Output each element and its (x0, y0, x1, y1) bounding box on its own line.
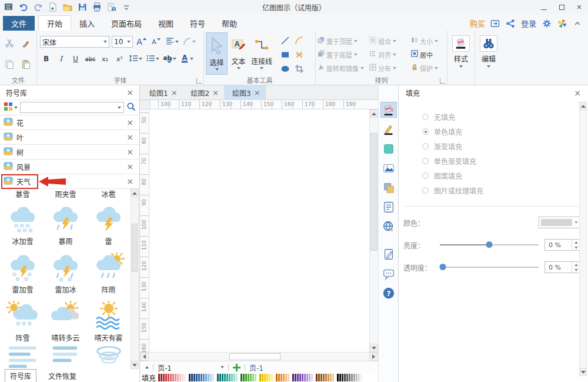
new-icon[interactable] (48, 2, 58, 12)
sidebar-scrollbar[interactable] (131, 189, 139, 369)
palette-swatch[interactable] (224, 374, 226, 381)
palette-swatch[interactable] (245, 374, 247, 381)
palette-swatch[interactable] (278, 374, 280, 381)
drawing-page[interactable] (149, 109, 369, 352)
arrange-button[interactable]: 置于顶层 (318, 36, 369, 46)
subscript-button[interactable]: x₂ (99, 53, 111, 65)
bold-button[interactable]: B (40, 53, 52, 65)
superscript-button[interactable]: x² (113, 53, 126, 65)
symbol-label[interactable]: 冰雹 (87, 189, 130, 199)
close-icon[interactable]: × (171, 89, 178, 97)
ribbon-tab[interactable]: 视图 (150, 15, 182, 31)
arrange-button[interactable]: 居中 (411, 50, 445, 59)
palette-swatch[interactable] (243, 374, 245, 381)
close-icon[interactable]: × (126, 118, 133, 127)
brightness-slider-thumb[interactable] (486, 241, 493, 248)
ellipse-shape-icon[interactable] (280, 64, 290, 74)
palette-swatch[interactable] (191, 374, 193, 381)
chevron-down-icon[interactable] (237, 67, 240, 69)
arrange-button[interactable]: 组合 (369, 36, 411, 46)
file-menu-button[interactable]: 文件 (3, 16, 35, 31)
palette-swatch[interactable] (337, 374, 339, 381)
print-icon[interactable] (92, 2, 102, 12)
pinwheel-icon[interactable] (557, 18, 567, 28)
maximize-button[interactable] (553, 1, 570, 14)
line-shape-icon[interactable] (280, 35, 290, 46)
fog-bars[interactable] (44, 344, 87, 368)
symbol-category[interactable]: 花 × (0, 115, 139, 130)
arc-text-button[interactable] (182, 36, 196, 48)
page-tab[interactable]: 页-1 (249, 363, 263, 373)
ribbon-tab[interactable]: 帮助 (213, 15, 245, 31)
scroll-down-icon[interactable] (370, 344, 378, 352)
open-icon[interactable] (62, 2, 73, 12)
search-input[interactable] (23, 104, 118, 111)
underline-button[interactable]: U (69, 53, 82, 65)
minimize-button[interactable] (535, 1, 553, 14)
palette-swatch[interactable] (163, 374, 165, 381)
arrange-button[interactable]: 大小 (411, 36, 445, 46)
line-icon[interactable] (380, 121, 397, 137)
palette-swatch[interactable] (217, 374, 219, 381)
basic-tool-button[interactable]: A 文本 (228, 32, 249, 75)
line-spacing-button[interactable] (128, 53, 143, 65)
palette-swatch[interactable] (276, 374, 278, 381)
symbol-item[interactable]: 晴天有雾 (87, 296, 130, 344)
group-expander-icon[interactable] (196, 78, 202, 84)
shrink-font-button[interactable]: A (150, 36, 162, 48)
palette-swatch[interactable] (264, 374, 266, 381)
gear-icon[interactable] (542, 18, 552, 28)
palette-swatch[interactable] (172, 374, 174, 381)
palette-swatch[interactable] (170, 374, 172, 381)
palette-swatch[interactable] (240, 374, 242, 381)
fill-option[interactable]: 无填充 (422, 109, 588, 124)
symbol-item[interactable]: 阵雪 (1, 296, 44, 344)
palette-swatch[interactable] (280, 374, 282, 381)
palette-swatch[interactable] (342, 374, 343, 381)
format-painter-icon[interactable] (21, 38, 31, 48)
font-size-select[interactable]: 10 (112, 36, 133, 48)
fill-color-dropdown[interactable] (539, 217, 581, 228)
close-icon[interactable]: × (254, 89, 260, 97)
align-text-button[interactable] (165, 36, 179, 48)
rect-shape-icon[interactable] (280, 49, 290, 60)
close-button[interactable]: × (570, 1, 588, 14)
palette-swatch[interactable] (346, 374, 348, 381)
fog-lines[interactable] (1, 344, 44, 368)
symbol-item[interactable]: 暴雨 (44, 200, 87, 248)
add-page-icon[interactable] (233, 364, 240, 371)
paste-icon[interactable] (21, 59, 31, 69)
ribbon-tab[interactable]: 开始 (38, 15, 71, 31)
palette-swatch[interactable] (269, 374, 270, 381)
fill-option[interactable]: 图片或纹理填充 (422, 183, 588, 198)
symbol-category[interactable]: 树 × (0, 145, 139, 160)
palette-swatch[interactable] (252, 374, 254, 381)
palette-swatch[interactable] (304, 374, 306, 381)
theme-icon[interactable] (380, 141, 397, 157)
palette-swatch[interactable] (184, 374, 186, 381)
search-icon[interactable] (126, 102, 136, 113)
close-icon[interactable]: × (574, 89, 581, 97)
close-icon[interactable]: × (126, 88, 133, 97)
palette-swatch[interactable] (250, 374, 252, 381)
picture-icon[interactable] (380, 160, 397, 176)
palette-swatch[interactable] (356, 374, 358, 381)
export-window-icon[interactable] (490, 18, 500, 28)
palette-swatch[interactable] (177, 374, 179, 381)
hyperlink-icon[interactable] (380, 218, 397, 234)
scroll-up-icon[interactable] (131, 189, 138, 197)
redo-icon[interactable] (33, 2, 44, 12)
symbol-item[interactable]: 雷加冰 (44, 248, 87, 296)
edit-button[interactable]: 编辑 (477, 32, 500, 68)
scrollbar-thumb[interactable] (370, 133, 377, 251)
symbol-item[interactable]: 雷加雪 (1, 248, 44, 296)
scrollbar-thumb[interactable] (132, 224, 138, 272)
palette-swatch[interactable] (309, 374, 310, 381)
palette-swatch[interactable] (219, 374, 221, 381)
layers-icon[interactable] (380, 180, 397, 195)
cut-icon[interactable] (4, 38, 15, 48)
palette-swatch[interactable] (198, 374, 200, 381)
palette-swatch[interactable] (328, 374, 329, 381)
palette-swatch[interactable] (302, 374, 303, 381)
palette-swatch[interactable] (208, 374, 209, 381)
